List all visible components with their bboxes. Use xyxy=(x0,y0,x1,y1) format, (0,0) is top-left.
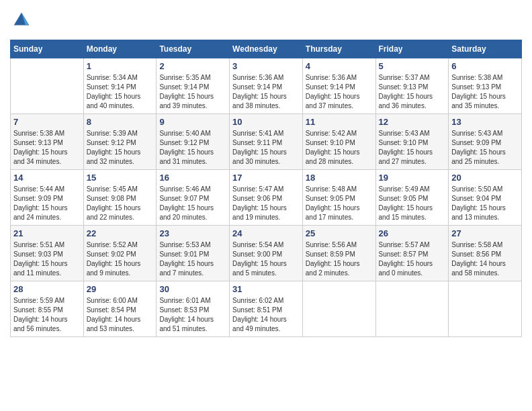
day-info: Sunrise: 5:36 AM Sunset: 9:14 PM Dayligh… xyxy=(306,73,373,111)
day-cell: 28Sunrise: 5:59 AM Sunset: 8:55 PM Dayli… xyxy=(11,281,84,337)
day-number: 18 xyxy=(306,173,373,183)
day-info: Sunrise: 6:01 AM Sunset: 8:53 PM Dayligh… xyxy=(159,296,226,334)
day-number: 17 xyxy=(232,173,300,183)
day-info: Sunrise: 5:34 AM Sunset: 9:14 PM Dayligh… xyxy=(87,73,154,111)
day-number: 11 xyxy=(306,117,373,127)
day-info: Sunrise: 5:43 AM Sunset: 9:09 PM Dayligh… xyxy=(451,129,519,167)
column-header-tuesday: Tuesday xyxy=(157,40,230,58)
day-number: 1 xyxy=(87,61,154,71)
day-cell xyxy=(11,58,84,114)
header xyxy=(10,10,522,33)
day-cell: 31Sunrise: 6:02 AM Sunset: 8:51 PM Dayli… xyxy=(230,281,303,337)
day-number: 6 xyxy=(451,61,519,71)
logo xyxy=(10,10,32,33)
day-cell: 13Sunrise: 5:43 AM Sunset: 9:09 PM Dayli… xyxy=(449,114,522,170)
day-number: 27 xyxy=(451,228,519,238)
day-info: Sunrise: 5:53 AM Sunset: 9:01 PM Dayligh… xyxy=(159,240,226,278)
day-number: 23 xyxy=(159,228,226,238)
day-cell: 22Sunrise: 5:52 AM Sunset: 9:02 PM Dayli… xyxy=(83,226,157,281)
day-number: 31 xyxy=(232,284,300,294)
column-header-wednesday: Wednesday xyxy=(230,40,303,58)
day-cell xyxy=(375,281,449,337)
column-header-saturday: Saturday xyxy=(449,40,522,58)
logo-icon xyxy=(11,10,32,30)
day-number: 16 xyxy=(159,173,226,183)
day-number: 9 xyxy=(159,117,226,127)
day-info: Sunrise: 5:38 AM Sunset: 9:13 PM Dayligh… xyxy=(451,73,519,111)
day-number: 12 xyxy=(379,117,446,127)
day-number: 20 xyxy=(451,173,519,183)
day-info: Sunrise: 5:56 AM Sunset: 8:59 PM Dayligh… xyxy=(306,240,373,278)
day-cell: 27Sunrise: 5:58 AM Sunset: 8:56 PM Dayli… xyxy=(449,226,522,281)
day-cell: 7Sunrise: 5:38 AM Sunset: 9:13 PM Daylig… xyxy=(11,114,84,170)
day-info: Sunrise: 5:50 AM Sunset: 9:04 PM Dayligh… xyxy=(451,185,519,222)
day-info: Sunrise: 5:37 AM Sunset: 9:13 PM Dayligh… xyxy=(379,73,446,111)
day-info: Sunrise: 5:52 AM Sunset: 9:02 PM Dayligh… xyxy=(87,240,154,278)
day-number: 26 xyxy=(379,228,446,238)
day-cell: 19Sunrise: 5:49 AM Sunset: 9:05 PM Dayli… xyxy=(375,170,449,226)
day-info: Sunrise: 6:02 AM Sunset: 8:51 PM Dayligh… xyxy=(232,296,300,334)
day-number: 3 xyxy=(232,61,300,71)
week-row-1: 1Sunrise: 5:34 AM Sunset: 9:14 PM Daylig… xyxy=(11,58,522,114)
day-number: 2 xyxy=(159,61,226,71)
day-cell: 4Sunrise: 5:36 AM Sunset: 9:14 PM Daylig… xyxy=(302,58,375,114)
day-number: 13 xyxy=(451,117,519,127)
day-cell: 18Sunrise: 5:48 AM Sunset: 9:05 PM Dayli… xyxy=(302,170,375,226)
day-cell: 5Sunrise: 5:37 AM Sunset: 9:13 PM Daylig… xyxy=(375,58,449,114)
day-number: 8 xyxy=(87,117,154,127)
day-number: 29 xyxy=(87,284,154,294)
day-info: Sunrise: 5:43 AM Sunset: 9:10 PM Dayligh… xyxy=(379,129,446,167)
day-number: 24 xyxy=(232,228,300,238)
day-info: Sunrise: 5:47 AM Sunset: 9:06 PM Dayligh… xyxy=(232,185,300,222)
day-cell: 17Sunrise: 5:47 AM Sunset: 9:06 PM Dayli… xyxy=(230,170,303,226)
day-info: Sunrise: 5:48 AM Sunset: 9:05 PM Dayligh… xyxy=(306,185,373,222)
column-header-thursday: Thursday xyxy=(302,40,375,58)
column-header-row: SundayMondayTuesdayWednesdayThursdayFrid… xyxy=(11,40,522,58)
day-cell: 29Sunrise: 6:00 AM Sunset: 8:54 PM Dayli… xyxy=(83,281,157,337)
day-info: Sunrise: 5:44 AM Sunset: 9:09 PM Dayligh… xyxy=(13,185,81,222)
day-number: 19 xyxy=(379,173,446,183)
day-info: Sunrise: 5:40 AM Sunset: 9:12 PM Dayligh… xyxy=(159,129,226,167)
day-cell: 26Sunrise: 5:57 AM Sunset: 8:57 PM Dayli… xyxy=(375,226,449,281)
day-info: Sunrise: 5:49 AM Sunset: 9:05 PM Dayligh… xyxy=(379,185,446,222)
day-number: 4 xyxy=(306,61,373,71)
day-cell: 15Sunrise: 5:45 AM Sunset: 9:08 PM Dayli… xyxy=(83,170,157,226)
day-cell: 11Sunrise: 5:42 AM Sunset: 9:10 PM Dayli… xyxy=(302,114,375,170)
day-number: 28 xyxy=(13,284,81,294)
day-number: 22 xyxy=(87,228,154,238)
day-cell: 9Sunrise: 5:40 AM Sunset: 9:12 PM Daylig… xyxy=(157,114,230,170)
column-header-monday: Monday xyxy=(83,40,157,58)
day-cell: 24Sunrise: 5:54 AM Sunset: 9:00 PM Dayli… xyxy=(230,226,303,281)
day-cell xyxy=(302,281,375,337)
column-header-friday: Friday xyxy=(375,40,449,58)
day-number: 10 xyxy=(232,117,300,127)
column-header-sunday: Sunday xyxy=(11,40,84,58)
day-cell: 20Sunrise: 5:50 AM Sunset: 9:04 PM Dayli… xyxy=(449,170,522,226)
day-info: Sunrise: 5:46 AM Sunset: 9:07 PM Dayligh… xyxy=(159,185,226,222)
day-cell: 21Sunrise: 5:51 AM Sunset: 9:03 PM Dayli… xyxy=(11,226,84,281)
day-info: Sunrise: 5:38 AM Sunset: 9:13 PM Dayligh… xyxy=(13,129,81,167)
calendar-table: SundayMondayTuesdayWednesdayThursdayFrid… xyxy=(10,40,522,337)
day-number: 7 xyxy=(13,117,81,127)
day-cell: 25Sunrise: 5:56 AM Sunset: 8:59 PM Dayli… xyxy=(302,226,375,281)
day-number: 15 xyxy=(87,173,154,183)
day-cell: 16Sunrise: 5:46 AM Sunset: 9:07 PM Dayli… xyxy=(157,170,230,226)
day-number: 14 xyxy=(13,173,81,183)
day-number: 25 xyxy=(306,228,373,238)
day-cell: 12Sunrise: 5:43 AM Sunset: 9:10 PM Dayli… xyxy=(375,114,449,170)
day-info: Sunrise: 5:59 AM Sunset: 8:55 PM Dayligh… xyxy=(13,296,81,334)
day-cell: 1Sunrise: 5:34 AM Sunset: 9:14 PM Daylig… xyxy=(83,58,157,114)
day-cell: 8Sunrise: 5:39 AM Sunset: 9:12 PM Daylig… xyxy=(83,114,157,170)
day-info: Sunrise: 5:35 AM Sunset: 9:14 PM Dayligh… xyxy=(159,73,226,111)
week-row-3: 14Sunrise: 5:44 AM Sunset: 9:09 PM Dayli… xyxy=(11,170,522,226)
day-cell: 3Sunrise: 5:36 AM Sunset: 9:14 PM Daylig… xyxy=(230,58,303,114)
day-info: Sunrise: 5:57 AM Sunset: 8:57 PM Dayligh… xyxy=(379,240,446,278)
day-info: Sunrise: 5:39 AM Sunset: 9:12 PM Dayligh… xyxy=(87,129,154,167)
day-info: Sunrise: 5:58 AM Sunset: 8:56 PM Dayligh… xyxy=(451,240,519,278)
day-info: Sunrise: 5:45 AM Sunset: 9:08 PM Dayligh… xyxy=(87,185,154,222)
day-info: Sunrise: 5:36 AM Sunset: 9:14 PM Dayligh… xyxy=(232,73,300,111)
day-info: Sunrise: 5:41 AM Sunset: 9:11 PM Dayligh… xyxy=(232,129,300,167)
day-cell: 10Sunrise: 5:41 AM Sunset: 9:11 PM Dayli… xyxy=(230,114,303,170)
day-cell: 23Sunrise: 5:53 AM Sunset: 9:01 PM Dayli… xyxy=(157,226,230,281)
day-info: Sunrise: 5:54 AM Sunset: 9:00 PM Dayligh… xyxy=(232,240,300,278)
